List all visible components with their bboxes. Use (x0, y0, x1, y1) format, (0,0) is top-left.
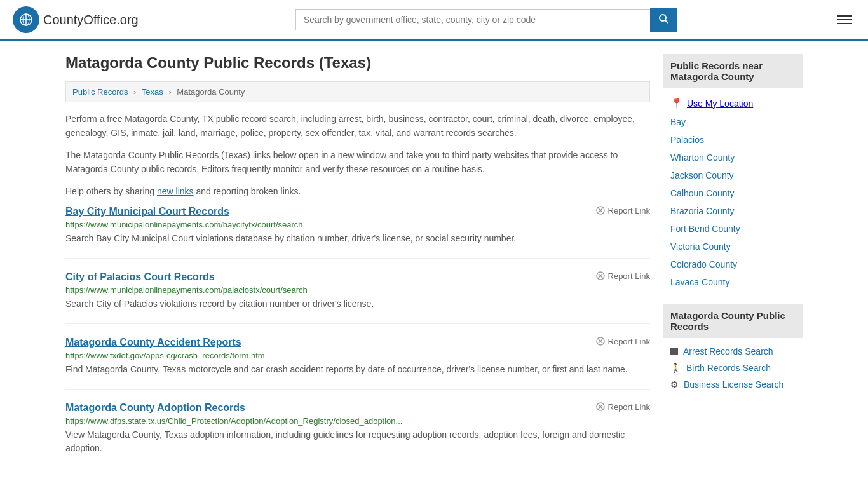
nearby-link-item: Calhoun County (663, 184, 803, 202)
breadcrumb-sep-1: › (133, 87, 136, 97)
desc3-pre: Help others by sharing (65, 186, 157, 196)
record-desc: Search City of Palacios violations recor… (65, 297, 650, 311)
page-title: Matagorda County Public Records (Texas) (65, 54, 650, 72)
report-icon (596, 402, 605, 411)
search-input[interactable] (295, 9, 650, 30)
record-title[interactable]: Matagorda County Adoption Records (65, 402, 245, 414)
new-links-link[interactable]: new links (157, 186, 194, 196)
record-desc: Search Bay City Municipal Court violatio… (65, 232, 650, 245)
report-icon (596, 337, 605, 346)
record-entry: Matagorda County Accident Reports Report… (65, 337, 650, 390)
menu-line-3 (837, 23, 852, 24)
nearby-link[interactable]: Jackson County (670, 170, 734, 180)
search-area (295, 8, 677, 32)
logo-icon (13, 6, 39, 33)
square-icon (670, 348, 678, 355)
record-entry: City of Palacios Court Records Report Li… (65, 271, 650, 324)
nearby-link[interactable]: Wharton County (670, 152, 735, 163)
record-desc: Find Matagorda County, Texas motorcycle … (65, 363, 650, 376)
record-desc: View Matagorda County, Texas adoption in… (65, 428, 650, 455)
nearby-link[interactable]: Bay (670, 117, 686, 127)
record-url[interactable]: https://www.dfps.state.tx.us/Child_Prote… (65, 416, 650, 426)
record-title[interactable]: Bay City Municipal Court Records (65, 206, 229, 217)
breadcrumb-sep-2: › (168, 87, 171, 97)
record-link[interactable]: Business License Search (684, 379, 783, 390)
record-entry: Matagorda County Adoption Records Report… (65, 402, 650, 468)
nearby-link[interactable]: Calhoun County (670, 188, 734, 198)
main-container: Matagorda County Public Records (Texas) … (53, 41, 815, 488)
record-link[interactable]: Birth Records Search (686, 363, 771, 373)
records-section: Matagorda County Public Records Arrest R… (663, 304, 803, 393)
use-location-item[interactable]: 📍 Use My Location (663, 93, 803, 113)
description-2: The Matagorda County Public Records (Tex… (65, 148, 650, 177)
nearby-link[interactable]: Palacios (670, 135, 704, 145)
record-url[interactable]: https://www.municipalonlinepayments.com/… (65, 220, 650, 229)
nearby-link-item: Palacios (663, 131, 803, 149)
nearby-link-item: Colorado County (663, 255, 803, 273)
record-entry: Bay City Municipal Court Records Report … (65, 206, 650, 259)
nearby-link-item: Brazoria County (663, 202, 803, 220)
menu-button[interactable] (834, 12, 855, 27)
header: CountyOffice.org (0, 0, 868, 41)
nearby-section: Public Records near Matagorda County 📍 U… (663, 54, 803, 291)
report-icon (596, 271, 605, 280)
nearby-link-item: Jackson County (663, 166, 803, 184)
nearby-link[interactable]: Brazoria County (670, 206, 734, 216)
nearby-link[interactable]: Lavaca County (670, 277, 729, 287)
nearby-header: Public Records near Matagorda County (663, 54, 803, 88)
report-link[interactable]: Report Link (596, 206, 650, 215)
sidebar: Public Records near Matagorda County 📍 U… (663, 54, 803, 481)
menu-line-2 (837, 19, 852, 20)
desc3-post: and reporting broken links. (194, 186, 301, 196)
logo-area: CountyOffice.org (13, 6, 139, 33)
record-title[interactable]: Matagorda County Accident Reports (65, 337, 241, 348)
svg-line-6 (665, 20, 668, 23)
nearby-link-item: Victoria County (663, 238, 803, 255)
record-url[interactable]: https://www.txdot.gov/apps-cg/crash_reco… (65, 351, 650, 360)
record-link[interactable]: Arrest Records Search (683, 346, 773, 356)
nearby-link[interactable]: Colorado County (670, 259, 737, 269)
main-content: Matagorda County Public Records (Texas) … (65, 54, 650, 481)
record-link-item: 🚶 Birth Records Search (663, 360, 803, 376)
breadcrumb-texas[interactable]: Texas (142, 87, 163, 97)
record-links: Arrest Records Search 🚶 Birth Records Se… (663, 343, 803, 393)
description-3: Help others by sharing new links and rep… (65, 184, 650, 198)
nearby-link[interactable]: Fort Bend County (670, 224, 740, 234)
description-1: Perform a free Matagorda County, TX publ… (65, 112, 650, 140)
gear-icon: ⚙ (670, 379, 679, 390)
record-header: City of Palacios Court Records Report Li… (65, 271, 650, 283)
nearby-link-item: Fort Bend County (663, 220, 803, 238)
report-link[interactable]: Report Link (596, 271, 650, 281)
use-location-link[interactable]: Use My Location (687, 98, 753, 109)
breadcrumb-current: Matagorda County (177, 87, 245, 97)
logo-text[interactable]: CountyOffice.org (43, 13, 139, 27)
record-header: Bay City Municipal Court Records Report … (65, 206, 650, 217)
breadcrumb: Public Records › Texas › Matagorda Count… (65, 81, 650, 102)
logo-suffix: .org (116, 13, 138, 27)
record-link-item: ⚙ Business License Search (663, 376, 803, 393)
menu-line-1 (837, 15, 852, 17)
report-icon (596, 206, 605, 215)
person-icon: 🚶 (670, 363, 681, 373)
record-header: Matagorda County Accident Reports Report… (65, 337, 650, 348)
nearby-links: BayPalaciosWharton CountyJackson CountyC… (663, 113, 803, 291)
nearby-link-item: Wharton County (663, 149, 803, 166)
svg-point-5 (660, 15, 666, 21)
search-icon (658, 13, 668, 24)
nearby-link[interactable]: Victoria County (670, 241, 731, 252)
record-url[interactable]: https://www.municipalonlinepayments.com/… (65, 285, 650, 295)
records-header: Matagorda County Public Records (663, 304, 803, 338)
logo-name: CountyOffice (43, 13, 116, 27)
report-link[interactable]: Report Link (596, 402, 650, 412)
records-container: Bay City Municipal Court Records Report … (65, 206, 650, 468)
location-icon: 📍 (670, 97, 683, 109)
report-link[interactable]: Report Link (596, 337, 650, 346)
breadcrumb-public-records[interactable]: Public Records (72, 87, 128, 97)
search-button[interactable] (650, 8, 677, 32)
record-link-item: Arrest Records Search (663, 343, 803, 360)
nearby-link-item: Lavaca County (663, 273, 803, 291)
record-header: Matagorda County Adoption Records Report… (65, 402, 650, 414)
record-title[interactable]: City of Palacios Court Records (65, 271, 215, 283)
nearby-link-item: Bay (663, 113, 803, 131)
